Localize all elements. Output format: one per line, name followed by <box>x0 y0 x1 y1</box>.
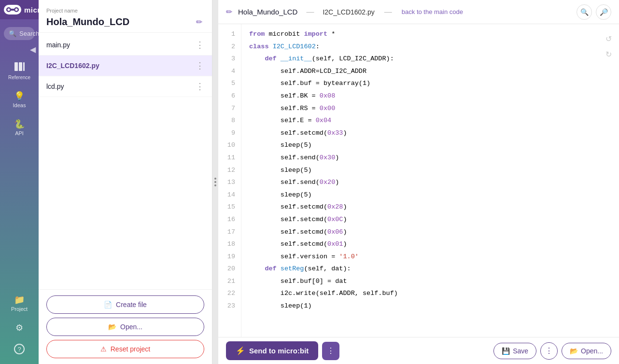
logo-area[interactable]: micro:bit <box>0 0 39 19</box>
code-line[interactable]: self.BK = 0x08 <box>241 90 619 102</box>
svg-rect-7 <box>23 62 25 71</box>
code-token: setReg <box>281 264 304 274</box>
search-bar[interactable]: 🔍 Search <box>0 24 39 43</box>
send-to-microbit-button[interactable]: ⚡ Send to micro:bit <box>226 341 318 360</box>
open-icon: 📂 <box>108 323 116 331</box>
code-token <box>249 54 265 64</box>
code-line[interactable]: self.ADDR=LCD_I2C_ADDR <box>241 65 619 78</box>
code-token: self.BK = <box>249 91 320 101</box>
edit-project-name-button[interactable]: ✏ <box>194 15 204 28</box>
line-number: 2 <box>218 41 241 53</box>
file-item-main[interactable]: main.py ⋮ <box>39 35 212 56</box>
footer-open-button[interactable]: 📂 Open... <box>562 343 611 359</box>
code-line[interactable]: sleep(5) <box>241 139 619 152</box>
line-number: 14 <box>218 189 241 201</box>
code-line[interactable]: self.RS = 0x00 <box>241 102 619 115</box>
code-line[interactable]: sleep(5) <box>241 164 619 177</box>
svg-point-4 <box>15 9 18 11</box>
code-token: ) <box>343 239 347 250</box>
panel-collapse-handle[interactable] <box>212 0 218 364</box>
code-line[interactable]: self.buf = bytearray(1) <box>241 77 619 90</box>
create-file-label: Create file <box>116 301 147 308</box>
code-token: (self, LCD_I2C_ADDR): <box>312 54 394 64</box>
create-file-button[interactable]: 📄 Create file <box>46 295 204 314</box>
search-label: Search <box>19 30 39 37</box>
file-menu-i2c[interactable]: ⋮ <box>196 60 204 71</box>
code-line[interactable]: self.send(0x30) <box>241 152 619 164</box>
code-line[interactable]: def __init__(self, LCD_I2C_ADDR): <box>241 53 619 65</box>
sidebar-item-api[interactable]: 🐍 API <box>0 114 39 142</box>
code-line[interactable]: self.setcmd(0x0C) <box>241 213 619 226</box>
reset-project-button[interactable]: ⚠ Reset project <box>46 340 204 358</box>
file-menu-lcd[interactable]: ⋮ <box>196 81 204 92</box>
line-number: 6 <box>218 90 241 102</box>
code-token: self.send( <box>249 153 320 163</box>
collapse-btn[interactable]: ◀ <box>0 43 39 56</box>
file-name-main: main.py <box>46 41 70 49</box>
footer-more-button[interactable]: ⋮ <box>540 342 558 360</box>
sidebar-item-ideas[interactable]: 💡 Ideas <box>0 86 39 114</box>
open-button[interactable]: 📂 Open... <box>46 318 204 336</box>
code-line[interactable]: self.E = 0x04 <box>241 114 619 127</box>
code-token: 0x01 <box>327 239 343 250</box>
save-button[interactable]: 💾 Save <box>493 343 536 359</box>
file-name-i2c: I2C_LCD1602.py <box>46 62 99 70</box>
send-menu-icon: ⋮ <box>327 346 335 355</box>
code-line[interactable]: self.version = '1.0' <box>241 251 619 263</box>
code-token: self.RS = <box>249 103 320 114</box>
code-line[interactable]: self.setcmd(0x06) <box>241 226 619 238</box>
code-token: : <box>316 42 320 52</box>
code-tab-main[interactable]: Hola_Mundo_LCD <box>238 8 297 16</box>
line-number: 9 <box>218 127 241 140</box>
code-token: ) <box>343 128 347 139</box>
line-number: 4 <box>218 65 241 78</box>
svg-point-3 <box>8 9 10 11</box>
file-panel: Project name Hola_Mundo_LCD ✏ main.py ⋮ … <box>39 0 212 364</box>
line-number: 10 <box>218 139 241 152</box>
undo-button[interactable]: ↺ <box>602 32 615 45</box>
line-numbers: 1234567891011121314151617181920212223 <box>218 24 241 337</box>
code-line[interactable]: self.setcmd(0x01) <box>241 238 619 251</box>
line-number: 7 <box>218 102 241 115</box>
code-line[interactable]: self.send(0x20) <box>241 176 619 189</box>
code-token: I2C_LCD1602 <box>273 42 316 52</box>
code-content[interactable]: 1234567891011121314151617181920212223 fr… <box>218 24 619 337</box>
collapse-dot-1 <box>214 178 216 180</box>
sidebar-item-reference[interactable]: Reference <box>0 56 39 86</box>
sidebar-item-project[interactable]: 📁 Project <box>0 290 39 318</box>
code-token: self.ADDR=LCD_I2C_ADDR <box>249 66 366 77</box>
zoom-in-button[interactable]: 🔎 <box>596 4 611 20</box>
code-line[interactable]: self.buf[0] = dat <box>241 275 619 288</box>
zoom-out-button[interactable]: 🔍 <box>577 4 592 20</box>
code-token: 0x0C <box>327 214 343 225</box>
code-line[interactable]: i2c.write(self.ADDR, self.buf) <box>241 287 619 300</box>
line-number: 1 <box>218 28 241 41</box>
file-item-i2c[interactable]: I2C_LCD1602.py ⋮ <box>39 56 212 76</box>
back-to-main-link[interactable]: back to the main code <box>402 8 463 15</box>
redo-button[interactable]: ↻ <box>602 47 615 61</box>
code-token: self.setcmd( <box>249 239 327 250</box>
line-number: 20 <box>218 263 241 275</box>
file-item-lcd[interactable]: lcd.py ⋮ <box>39 76 212 97</box>
code-line[interactable]: def setReg(self, dat): <box>241 263 619 275</box>
code-line[interactable]: sleep(1) <box>241 300 619 312</box>
line-number: 3 <box>218 53 241 65</box>
code-token: * <box>327 29 335 40</box>
code-token: ) <box>343 202 347 212</box>
api-icon: 🐍 <box>14 120 25 128</box>
code-token: sleep(5) <box>249 190 312 200</box>
line-number: 13 <box>218 176 241 189</box>
code-line[interactable]: self.setcmd(0x33) <box>241 127 619 140</box>
code-line[interactable]: self.setcmd(0x28) <box>241 201 619 213</box>
code-line[interactable]: class I2C_LCD1602: <box>241 41 619 53</box>
code-line[interactable]: from microbit import * <box>241 28 619 41</box>
send-menu-button[interactable]: ⋮ <box>322 342 339 360</box>
file-menu-main[interactable]: ⋮ <box>196 40 204 50</box>
sidebar-item-label-project: Project <box>11 306 28 312</box>
sidebar-item-help[interactable]: ? <box>0 338 39 360</box>
settings-icon: ⚙ <box>15 323 23 332</box>
code-line[interactable]: sleep(5) <box>241 189 619 201</box>
sidebar-icons: micro:bit 🔍 Search ◀ Reference <box>0 0 39 364</box>
sidebar-item-settings[interactable]: ⚙ <box>0 318 39 338</box>
code-lines[interactable]: from microbit import *class I2C_LCD1602:… <box>241 24 619 337</box>
